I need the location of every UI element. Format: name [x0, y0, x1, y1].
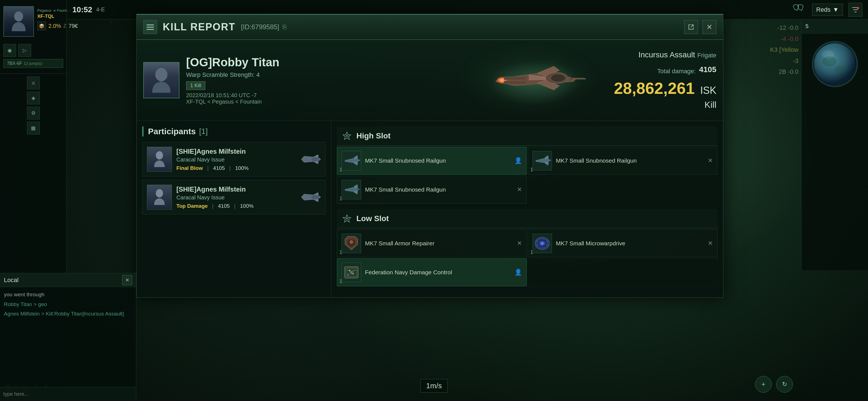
- chat-message-player: Robby Titan > geo: [4, 301, 132, 308]
- filter-button[interactable]: [848, 3, 862, 17]
- participant-info-1: [SHIE]Agnes Milfstein Caracal Navy Issue…: [176, 148, 294, 171]
- menu-line-3: [147, 29, 154, 30]
- high-slot-icon: [341, 130, 352, 141]
- overview-item-2: -4 -0.0: [770, 33, 799, 45]
- top-damage-label: Top Damage: [176, 203, 208, 209]
- filter-icon: [851, 6, 859, 13]
- module-railgun-r1[interactable]: 1 MK7 Small Snubnosed Railgun ✕: [528, 147, 717, 175]
- svg-point-32: [352, 273, 354, 275]
- current-time: 10:52: [72, 5, 92, 14]
- chat-close-button[interactable]: ✕: [122, 275, 132, 285]
- svg-point-15: [156, 189, 163, 197]
- shields-icon: [791, 3, 807, 16]
- svg-rect-19: [357, 160, 360, 161]
- svg-rect-9: [504, 77, 526, 80]
- menu-line-2: [147, 27, 154, 28]
- participant-percent-1: 100%: [235, 165, 249, 171]
- close-icon-armor[interactable]: ✕: [517, 240, 522, 247]
- kill-link[interactable]: Kill:Robby Titan[Incursus Assault]: [46, 311, 124, 317]
- chat-message-kill: Agnes Milfstein > Kill:Robby Titan[Incur…: [4, 310, 132, 318]
- nav-map-icon[interactable]: ◈: [27, 92, 40, 105]
- corner-numbers: -12 -0.0 -4 -0.0 K3 [Yellow -3 2B -0.0: [770, 22, 799, 78]
- participant-item[interactable]: [SHIE]Agnes Milfstein Caracal Navy Issue…: [142, 142, 326, 176]
- robby-titan-link[interactable]: Robby Titan: [4, 301, 32, 307]
- external-link-button[interactable]: [684, 20, 698, 34]
- close-button[interactable]: ✕: [703, 20, 716, 34]
- module-icon-railgun-r1: [532, 151, 552, 170]
- speed-value: 1m/s: [426, 381, 442, 390]
- svg-rect-22: [356, 189, 360, 190]
- close-icon-r1[interactable]: ✕: [708, 157, 713, 164]
- nav-icon-location[interactable]: ◉: [3, 44, 16, 57]
- module-empty-1: [528, 258, 717, 286]
- victim-portrait: [143, 62, 180, 98]
- nav-inventory-icon[interactable]: ▦: [27, 122, 40, 135]
- isk-value: 28,862,261: [614, 80, 695, 96]
- svg-point-6: [551, 74, 565, 82]
- chat-input-field[interactable]: [3, 391, 133, 397]
- participant-info-2: [SHIE]Agnes Milfstein Caracal Navy Issue…: [176, 185, 294, 209]
- participant-stats-2: Top Damage | 4105 | 100%: [176, 203, 294, 209]
- chat-area: Local ✕ you went through Robby Titan > g…: [0, 273, 136, 401]
- nav-people-icon[interactable]: ⚔: [27, 77, 40, 89]
- dialog-menu-button[interactable]: [143, 20, 157, 34]
- svg-point-0: [14, 11, 23, 22]
- shield-icon-group: [791, 3, 807, 16]
- participant-portrait-2: [147, 184, 172, 210]
- high-slot-title: High Slot: [356, 132, 391, 140]
- security-system: 4-E: [96, 6, 105, 13]
- close-icon-mwd[interactable]: ✕: [708, 240, 713, 247]
- agnes-link[interactable]: Agnes Milfstein: [4, 311, 40, 317]
- module-armor-rep[interactable]: 1 MK7 Small Armor Repairer ✕: [337, 229, 527, 257]
- kill-stats: Incursus Assault Frigate Total damage: 4…: [605, 50, 716, 110]
- ship-area: [459, 46, 598, 115]
- reds-dropdown[interactable]: Reds ▼: [812, 4, 843, 16]
- zoom-in-button[interactable]: +: [755, 376, 772, 393]
- module-railgun-1[interactable]: 1 MK7 Small Snubnosed Railgun 👤: [337, 147, 527, 175]
- overview-tab-label: 5: [805, 23, 808, 30]
- dialog-title: KILL REPORT: [163, 21, 235, 33]
- svg-rect-10: [504, 81, 526, 84]
- participant-portrait-inner-1: [147, 147, 172, 172]
- bottom-right-controls: + ↻: [755, 376, 793, 393]
- high-slot-modules: 1 MK7 Small Snubnosed Railgun 👤: [337, 147, 717, 204]
- speed-indicator: 1m/s: [421, 379, 447, 393]
- chat-title: Local: [4, 277, 19, 284]
- low-slot-title: Low Slot: [356, 214, 389, 223]
- module-damage-control[interactable]: 1: [337, 258, 527, 286]
- ship-type: Frigate: [698, 52, 716, 59]
- module-name-mwd: MK7 Small Microwarpdrive: [556, 239, 704, 247]
- module-mwd[interactable]: 1 MK7 Small Microwarpdrive: [528, 229, 717, 257]
- section-divider: [142, 126, 144, 137]
- module-icon-dc: [342, 263, 361, 282]
- chat-title-bar: Local ✕: [0, 273, 136, 287]
- svg-point-23: [346, 218, 348, 220]
- kill-count-badge: 1 Kill: [186, 81, 205, 90]
- nav-settings-icon[interactable]: ⚙: [27, 107, 40, 119]
- module-name-armor: MK7 Small Armor Repairer: [365, 239, 513, 247]
- module-railgun-2[interactable]: 1 MK7 Small Snubnosed Railgun ✕: [337, 176, 527, 204]
- overview-item-k3: K3 [Yellow: [770, 44, 799, 55]
- svg-point-1: [857, 7, 859, 9]
- z-value: 79€: [69, 23, 78, 29]
- participant-item-2[interactable]: [SHIE]Agnes Milfstein Caracal Navy Issue…: [142, 180, 326, 214]
- planet-area: [802, 33, 868, 95]
- participants-column: Participants [1] [SHIE]Agnes Milfstein C…: [136, 121, 331, 297]
- close-icon-2[interactable]: ✕: [517, 186, 522, 193]
- participant-ship-2: Caracal Navy Issue: [176, 194, 294, 201]
- participant-damage-2: 4105: [218, 203, 230, 209]
- participant-portrait-inner-2: [147, 185, 172, 209]
- high-slot-header: High Slot: [337, 126, 717, 146]
- geo-link[interactable]: geo: [38, 301, 47, 307]
- svg-point-31: [349, 270, 350, 271]
- menu-line-1: [147, 25, 154, 25]
- char-portrait-inner: [4, 7, 33, 36]
- nav-icon-map[interactable]: ▷: [18, 44, 31, 57]
- module-name-railgun-r1: MK7 Small Snubnosed Railgun: [556, 157, 704, 164]
- overview-item-4: 2B -0.0: [770, 66, 799, 78]
- rotate-button[interactable]: ↻: [776, 376, 793, 393]
- person-icon-dc: 👤: [515, 269, 522, 276]
- high-slot-section: High Slot 1: [337, 126, 717, 204]
- close-icon: ✕: [706, 23, 712, 31]
- svg-point-24: [350, 240, 353, 244]
